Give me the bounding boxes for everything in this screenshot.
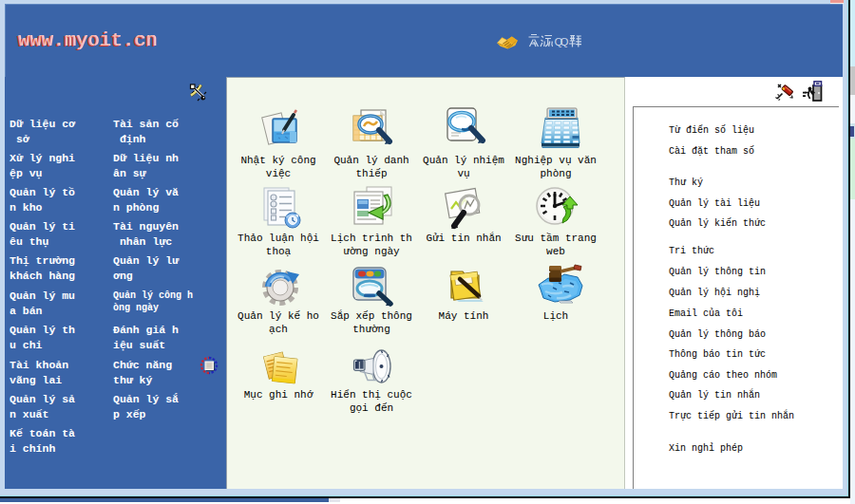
svg-text:QQ: QQ	[555, 36, 569, 47]
